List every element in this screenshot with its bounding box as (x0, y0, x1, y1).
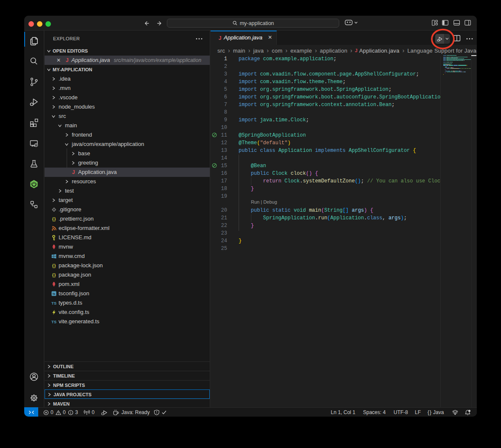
svg-text:ts: ts (53, 292, 55, 295)
